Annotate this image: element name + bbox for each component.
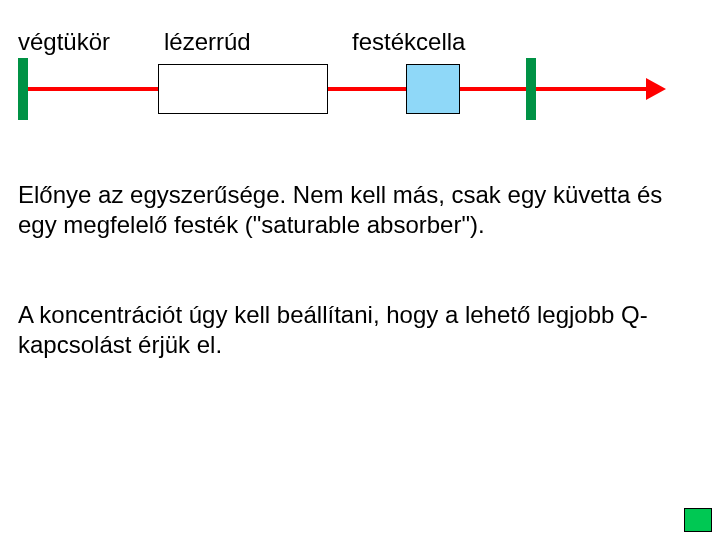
- paragraph-advantage: Előnye az egyszerűsége. Nem kell más, cs…: [18, 180, 668, 240]
- paragraph-concentration: A koncentrációt úgy kell beállítani, hog…: [18, 300, 668, 360]
- label-dye-cell: festékcella: [352, 28, 465, 56]
- beam-line: [28, 87, 648, 91]
- laser-rod-box: [158, 64, 328, 114]
- end-mirror-left: [18, 58, 28, 120]
- next-slide-button[interactable]: [684, 508, 712, 532]
- laser-diagram: [18, 58, 658, 120]
- end-mirror-right: [526, 58, 536, 120]
- label-end-mirror: végtükör: [18, 28, 110, 56]
- slide: végtükör lézerrúd festékcella Előnye az …: [0, 0, 720, 540]
- dye-cell-box: [406, 64, 460, 114]
- beam-arrowhead-icon: [646, 78, 666, 100]
- label-laser-rod: lézerrúd: [164, 28, 251, 56]
